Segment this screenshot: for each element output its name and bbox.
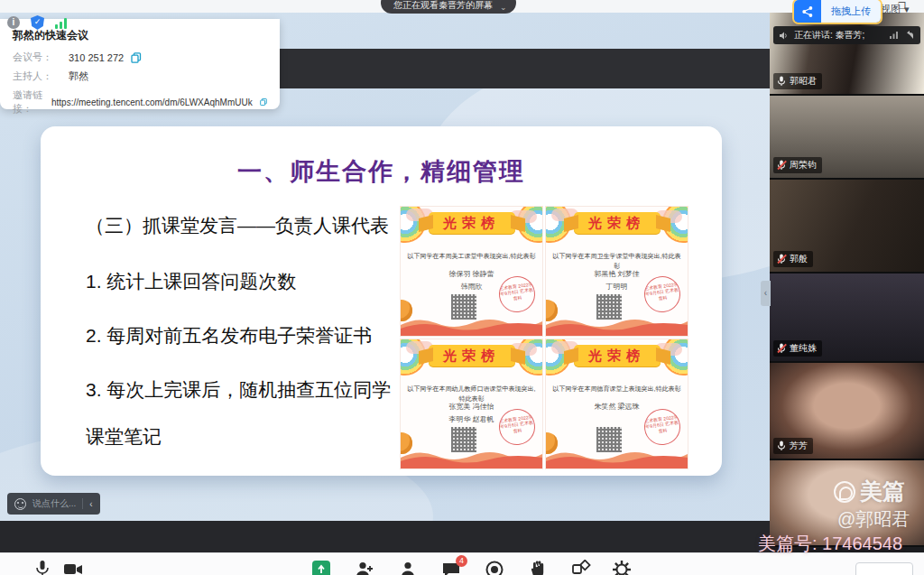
shared-app-dark-bar-bottom xyxy=(0,521,770,552)
invite-link-value: https://meeting.tencent.com/dm/6LWXAqhMm… xyxy=(51,97,253,107)
camera-button[interactable] xyxy=(63,560,83,575)
wave-decoration xyxy=(401,447,542,468)
participant-name: 董纯姝 xyxy=(790,342,817,355)
participant-name-tag: 芳芳 xyxy=(773,438,813,454)
honor-card: 光荣榜 以下同学在本周美工课堂中表现突出,特此表彰 徐保羽 徐静蕾韩雨欣 艺术教… xyxy=(400,206,543,337)
watermark-meipian-id: 美篇号: 17464548 xyxy=(758,532,902,556)
honor-banner: 光荣榜 xyxy=(574,345,661,366)
mic-on-icon xyxy=(777,76,786,87)
chevron-down-icon: ⌄ xyxy=(500,3,507,12)
meeting-title: 郭然的快速会议 xyxy=(13,28,267,43)
slide-point-1: 1. 统计上课回答问题次数 xyxy=(86,269,296,294)
presentation-slide: 一、师生合作，精细管理 （三）抓课堂发言——负责人课代表 1. 统计上课回答问题… xyxy=(41,126,722,476)
apps-button[interactable] xyxy=(571,560,591,575)
sidebar-collapse-handle[interactable]: ‹ xyxy=(761,281,771,306)
copy-icon[interactable] xyxy=(131,52,142,63)
participant-video-tile[interactable]: 芳芳 xyxy=(770,363,924,460)
host-label: 主持人： xyxy=(13,70,69,83)
meeting-id-row: 会议号： 310 251 272 xyxy=(13,51,267,64)
copy-icon[interactable] xyxy=(260,97,267,107)
slide-subtitle: （三）抓课堂发言——负责人课代表 xyxy=(86,213,389,238)
slide-point-2: 2. 每周对前五名发布电子荣誉证书 xyxy=(86,323,372,348)
honor-text: 以下同学在本周德育课堂上表现突出,特此表彰 xyxy=(551,385,682,394)
meeting-status-icons: i ✓ xyxy=(7,15,67,30)
meeting-id-label: 会议号： xyxy=(13,51,69,64)
view-label: 视图 xyxy=(881,3,901,16)
honor-text: 以下同学在本周美工课堂中表现突出,特此表彰 xyxy=(406,252,537,262)
security-shield-icon[interactable]: ✓ xyxy=(31,15,44,30)
chat-collapse-icon[interactable]: ‹ xyxy=(89,499,92,509)
emoji-icon[interactable] xyxy=(14,498,26,510)
slide-point-3: 3. 每次上完课后，随机抽查五位同学 xyxy=(86,377,391,403)
tencent-meeting-window: — ❐ 您正在观看秦晋芳的屏幕 ⌄ i ✓ 一、师生合作，精细管理 （三）抓课堂… xyxy=(0,0,924,575)
meeting-info-icon[interactable]: i xyxy=(7,16,20,29)
host-row: 主持人： 郭然 xyxy=(13,70,267,83)
honor-banner: 光荣榜 xyxy=(429,345,515,366)
mic-muted-icon xyxy=(777,254,786,264)
participant-name-tag: 郭昭君 xyxy=(773,73,822,89)
wave-decoration xyxy=(546,314,688,336)
participant-name: 郭昭君 xyxy=(790,75,817,88)
watching-screen-banner[interactable]: 您正在观看秦晋芳的屏幕 ⌄ xyxy=(381,0,516,14)
host-value: 郭然 xyxy=(69,70,88,83)
drag-upload-button[interactable]: 拖拽上传 xyxy=(794,0,881,23)
bottom-right-button[interactable] xyxy=(855,562,913,575)
meeting-info-card: 郭然的快速会议 会议号： 310 251 272 主持人： 郭然 邀请链接： h… xyxy=(0,19,280,109)
reply-arrow-icon[interactable] xyxy=(905,31,915,40)
chat-badge: 4 xyxy=(456,555,467,567)
participant-name: 芳芳 xyxy=(790,440,808,452)
honor-banner: 光荣榜 xyxy=(429,212,515,234)
participant-name-tag: 郭般 xyxy=(773,251,813,267)
participant-video-tile[interactable]: 周荣钧 xyxy=(770,96,924,180)
participant-video-tile[interactable]: 郭般 xyxy=(770,180,924,274)
participant-video-tile[interactable]: 董纯姝 xyxy=(770,274,924,363)
microphone-button[interactable] xyxy=(32,560,52,575)
slide-point-3-cont: 课堂笔记 xyxy=(86,424,162,450)
honor-roll-grid: 光荣榜 以下同学在本周美工课堂中表现突出,特此表彰 徐保羽 徐静蕾韩雨欣 艺术教… xyxy=(400,206,690,469)
meipian-logo-icon xyxy=(834,481,855,503)
participant-name: 周荣钧 xyxy=(790,159,817,172)
record-button[interactable] xyxy=(485,560,504,575)
honor-card: 光荣榜 以下同学在本周德育课堂上表现突出,特此表彰 朱笑然 梁远珠 艺术教育 2… xyxy=(545,339,688,469)
raise-hand-button[interactable] xyxy=(528,560,548,575)
invite-link-label: 邀请链接： xyxy=(13,88,51,116)
meipian-brand-text: 美篇 xyxy=(860,477,905,506)
honor-card: 光荣榜 以下同学在本周卫生学课堂中表现突出,特此表彰 郭黑艳 刘梦佳丁明明 艺术… xyxy=(545,206,688,337)
participant-name-tag: 周荣钧 xyxy=(773,157,822,173)
divider xyxy=(82,498,83,509)
invite-link-row: 邀请链接： https://meeting.tencent.com/dm/6LW… xyxy=(13,88,267,116)
chat-button[interactable]: 4 xyxy=(441,560,461,575)
share-screen-button[interactable] xyxy=(311,560,331,575)
participants-sidebar: 郭昭君 周荣钧 郭般 董纯姝 芳芳 xyxy=(770,13,924,552)
chat-placeholder: 说点什么... xyxy=(32,497,76,510)
speaker-icon xyxy=(779,31,789,41)
signal-icon xyxy=(889,31,900,40)
honor-card: 光荣榜 以下同学在本周幼儿教师口语课堂中表现突出,特此表彰 张宽美 冯佳怡李明华… xyxy=(400,339,543,469)
view-dropdown-button[interactable]: 视图 ▾ xyxy=(881,3,910,16)
participant-video-tile[interactable]: 郭昭君 xyxy=(770,13,924,96)
now-speaking-bar: 正在讲话: 秦晋芳; xyxy=(773,26,920,44)
share-nodes-icon xyxy=(794,0,821,23)
meeting-id-value: 310 251 272 xyxy=(69,52,124,63)
now-speaking-text: 正在讲话: 秦晋芳; xyxy=(794,29,864,42)
meipian-watermark: 美篇 xyxy=(834,477,905,506)
honor-banner: 光荣榜 xyxy=(574,212,661,234)
watching-screen-text: 您正在观看秦晋芳的屏幕 xyxy=(393,0,493,12)
caret-down-icon: ▾ xyxy=(904,4,910,15)
mic-muted-icon xyxy=(777,343,786,354)
slide-title: 一、师生合作，精细管理 xyxy=(41,155,722,188)
mic-on-icon xyxy=(777,441,786,451)
wave-decoration xyxy=(546,447,688,468)
quick-chat-input[interactable]: 说点什么... ‹ xyxy=(7,493,100,515)
watermark-username: @郭昭君 xyxy=(837,507,910,532)
participants-button[interactable] xyxy=(398,560,418,575)
participant-name: 郭般 xyxy=(790,253,808,265)
participant-name-tag: 董纯姝 xyxy=(773,340,822,357)
wave-decoration xyxy=(401,314,542,336)
drag-upload-label: 拖拽上传 xyxy=(821,0,881,23)
network-signal-icon[interactable] xyxy=(55,17,67,29)
invite-member-button[interactable] xyxy=(355,560,374,575)
mic-muted-icon xyxy=(777,160,786,171)
settings-gear-icon[interactable] xyxy=(612,560,632,575)
